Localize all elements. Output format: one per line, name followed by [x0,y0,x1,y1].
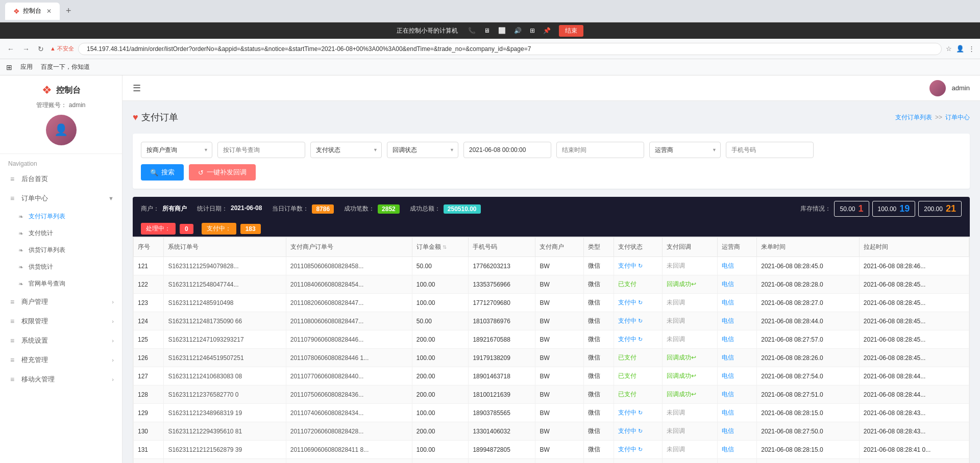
cell-merchant: BW [535,367,583,385]
end-session-button[interactable]: 结束 [559,25,583,37]
cell-pay-order: 20110770606080828440... [286,367,412,385]
pin-icon[interactable]: 📌 [543,27,551,34]
stat-date: 统计日期： 2021-06-08 [197,204,262,213]
volume-icon[interactable]: 🔊 [514,27,522,34]
cell-phone: 18100121639 [469,385,535,404]
search-icon: 🔍 [150,169,158,176]
sidebar-item-orders[interactable]: ≡ 订单中心 ▼ [0,189,122,208]
cell-pay-status: 支付中 ↻ [614,294,663,312]
cell-pay-status: 支付中 ↻ [614,257,663,275]
start-time-input[interactable] [463,142,551,158]
breadcrumb-pay-order[interactable]: 支付订单列表 [895,113,932,122]
phone-input[interactable] [726,142,814,158]
carrier-select[interactable]: 运营商 [649,142,721,158]
cell-pay-order: 20110750606080828436... [286,385,412,404]
cell-carrier: 电信 [718,367,757,385]
sidebar-sub-supply-stat[interactable]: ❧ 供货统计 [0,259,122,275]
active-tab[interactable]: ❖ 控制台 ✕ [5,3,60,20]
cell-sys-order: S162311212117642581 94 [164,459,286,464]
cell-id: 132 [134,459,164,464]
cell-amount: 100.00 [412,441,469,459]
sidebar-sub-pay-order-list[interactable]: ❧ 支付订单列表 [0,208,122,225]
bookmark-apps[interactable]: 应用 [20,63,33,71]
cell-callback: 回调成功↩ [662,275,718,294]
forward-button[interactable]: → [20,43,32,55]
refund-button[interactable]: ↺ 一键补发回调 [189,164,256,181]
sidebar-sub-supply-order[interactable]: ❧ 供货订单列表 [0,242,122,259]
table-body: 121 S162311212594079828... 2011085060608… [134,257,969,464]
cell-merchant: BW [535,294,583,312]
cell-pay-status: 支付中 ↻ [614,422,663,441]
inv3-price: 200.00 [924,205,943,213]
payment-status-select[interactable]: 支付状态 [310,142,382,158]
cell-sys-order: S162311212376582770 0 [164,385,286,404]
monitor-icon[interactable]: 🖥 [484,27,490,34]
sidebar-item-mobile[interactable]: ≡ 移动火管理 › [0,370,122,389]
menu-dots-icon[interactable]: ⋮ [968,45,975,53]
cell-callback: 回调成功↩ [662,385,718,404]
cell-sys-order: S162311212410683083 08 [164,367,286,385]
sidebar-item-settings[interactable]: ≡ 系统设置 › [0,331,122,350]
cell-callback: 未回调 [662,312,718,330]
back-button[interactable]: ← [5,43,16,55]
success-total-value: 250510.00 [444,204,481,214]
cell-phone: 18181791579 [469,459,535,464]
table-row: 128 S162311212376582770 0 20110750606080… [134,385,969,404]
cell-order-time: 2021-06-08 08:27:51.0 [757,385,860,404]
chevron-right-icon-perms: › [112,318,114,324]
hamburger-menu[interactable]: ☰ [133,83,141,94]
cell-pull-time: 2021-06-08 08:28:45... [859,330,969,349]
sidebar-item-merchant[interactable]: ≡ 商户管理 › [0,292,122,312]
bookmark-star-icon[interactable]: ☆ [946,45,952,53]
sidebar-sub-pay-stat[interactable]: ❧ 支付统计 [0,225,122,242]
close-tab-button[interactable]: ✕ [46,8,52,15]
cell-merchant: BW [535,404,583,422]
settings-icon: ≡ [8,337,16,345]
address-input[interactable] [78,43,942,55]
cell-merchant: BW [535,422,583,441]
cell-phone: 13353756966 [469,275,535,294]
new-tab-button[interactable]: + [62,4,76,18]
col-pay-order: 支付商户订单号 [286,238,412,257]
cell-type: 微信 [583,459,614,464]
amount-sort-icon: ⇅ [443,244,447,250]
profile-icon[interactable]: 👤 [956,45,964,53]
breadcrumb-order-center[interactable]: 订单中心 [945,113,970,122]
sidebar-item-permissions[interactable]: ≡ 权限管理 › [0,312,122,331]
cell-order-time: 2021-06-08 08:28:28.0 [757,275,860,294]
cell-order-time: 2021-06-08 08:27:57.0 [757,330,860,349]
cell-callback: 未回调 [662,422,718,441]
order-query-input[interactable] [217,142,305,158]
sidebar-sub-official-query[interactable]: ❧ 官网单号查询 [0,275,122,292]
col-sys-order: 系统订单号 [164,238,286,257]
cell-type: 微信 [583,385,614,404]
bookmark-baidu[interactable]: 百度一下，你知道 [41,63,90,71]
cell-callback: 未回调 [662,459,718,464]
search-button[interactable]: 🔍 搜索 [141,164,184,181]
cell-pay-order: 20110780606080828446 1... [286,349,412,367]
cell-type: 微信 [583,404,614,422]
cell-id: 130 [134,422,164,441]
col-pay-status: 支付状态 [614,238,663,257]
cell-pull-time: 2021-06-08 08:28:46... [859,257,969,275]
cell-id: 127 [134,367,164,385]
cell-type: 微信 [583,275,614,294]
sidebar-item-home[interactable]: ≡ 后台首页 [0,169,122,189]
end-time-input[interactable] [556,142,644,158]
apps-icon[interactable]: ⊞ [6,63,12,71]
refund-btn-label: 一键补发回调 [207,168,247,177]
screen-share-icon[interactable]: ⬜ [498,27,506,34]
merchant-query-select[interactable]: 按商户查询 [141,142,212,158]
cell-type: 微信 [583,349,614,367]
reload-button[interactable]: ↻ [36,43,46,55]
cell-merchant: BW [535,349,583,367]
cell-carrier: 电信 [718,294,757,312]
phone-icon[interactable]: 📞 [468,27,476,34]
logo-icon: ❖ [42,84,52,97]
callback-status-select[interactable]: 回调状态 [387,142,458,158]
chevron-right-icon-recharge: › [112,357,114,363]
window-icon[interactable]: ⊞ [530,27,535,34]
search-row: 按商户查询 支付状态 回调状态 [141,142,962,158]
sidebar-item-recharge[interactable]: ≡ 橙充管理 › [0,350,122,370]
sub-icon-paystat: ❧ [18,230,23,237]
